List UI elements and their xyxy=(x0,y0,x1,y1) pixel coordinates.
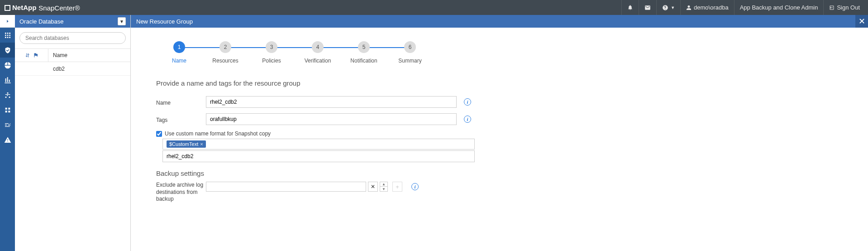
custom-format-label: Use custom name format for Snapshot copy xyxy=(165,130,271,137)
sort-controls[interactable] xyxy=(15,49,48,62)
nav-monitor[interactable] xyxy=(0,58,15,72)
help-button[interactable]: ▼ xyxy=(656,0,680,15)
sliders-icon xyxy=(4,121,11,129)
netapp-logo-icon xyxy=(5,5,10,11)
user-button[interactable]: demo\oradba xyxy=(680,0,734,15)
chevron-right-icon xyxy=(5,19,10,24)
step-resources[interactable]: 2Resources xyxy=(202,41,248,64)
shield-check-icon xyxy=(4,47,11,54)
resource-scope: Oracle Database xyxy=(19,18,64,25)
nav-resources[interactable] xyxy=(0,43,15,58)
tags-label: Tags xyxy=(156,115,206,123)
tags-info-icon[interactable]: i xyxy=(464,116,471,123)
name-label: Name xyxy=(156,98,206,106)
step-summary[interactable]: 6Summary xyxy=(387,41,433,64)
stepper-up-icon[interactable]: ▲ xyxy=(380,182,387,187)
nav-storage[interactable] xyxy=(0,102,15,117)
scope-dropdown[interactable]: ▼ xyxy=(118,17,126,25)
main-header: New Resource Group ✕ xyxy=(131,15,868,28)
nav-settings[interactable] xyxy=(0,117,15,132)
column-name-header[interactable]: Name xyxy=(48,52,130,58)
step-name[interactable]: 1Name xyxy=(156,41,202,64)
sort-icon xyxy=(25,53,30,58)
custom-name-input[interactable] xyxy=(162,150,475,162)
user-icon xyxy=(686,5,692,10)
search-input[interactable] xyxy=(19,32,126,44)
custom-tag-box[interactable]: $CustomText × xyxy=(162,139,475,150)
step-policies[interactable]: 3Policies xyxy=(248,41,295,64)
wizard-steps: 1Name 2Resources 3Policies 4Verification… xyxy=(156,41,843,64)
form-heading: Provide a name and tags for the resource… xyxy=(156,79,843,87)
name-info-icon[interactable]: i xyxy=(464,98,471,106)
backup-settings-heading: Backup settings xyxy=(156,169,843,177)
bell-icon xyxy=(627,5,633,10)
signout-icon xyxy=(829,5,835,10)
resource-row[interactable]: cdb2 xyxy=(15,62,130,76)
notifications-button[interactable] xyxy=(621,0,639,15)
signout-button[interactable]: Sign Out xyxy=(823,0,865,15)
resource-panel-header: Oracle Database ▼ xyxy=(15,15,130,28)
tags-input[interactable] xyxy=(206,113,457,125)
resource-name: cdb2 xyxy=(48,66,130,72)
exclude-add-button[interactable]: + xyxy=(392,182,402,192)
alert-icon xyxy=(4,136,11,144)
step-notification[interactable]: 5Notification xyxy=(341,41,387,64)
top-bar: NetApp SnapCenter® ▼ demo\oradba App Bac… xyxy=(0,0,868,15)
brand: NetApp SnapCenter® xyxy=(3,4,80,12)
signout-label: Sign Out xyxy=(837,4,860,11)
nav-dashboard[interactable] xyxy=(0,28,15,43)
bars-icon xyxy=(4,77,11,84)
stepper-down-icon[interactable]: ▼ xyxy=(380,187,387,191)
exclude-stepper[interactable]: ▲ ▼ xyxy=(380,182,388,192)
custom-format-checkbox[interactable] xyxy=(156,131,162,137)
role-label[interactable]: App Backup and Clone Admin xyxy=(734,0,824,15)
custom-tag-chip[interactable]: $CustomText × xyxy=(167,140,206,148)
nav-alerts[interactable] xyxy=(0,132,15,147)
product-name: SnapCenter® xyxy=(38,4,80,12)
exclude-clear-button[interactable]: ✕ xyxy=(368,182,378,192)
remove-tag-icon[interactable]: × xyxy=(200,141,203,147)
pie-icon xyxy=(4,62,11,69)
exclude-info-icon[interactable]: i xyxy=(411,183,419,190)
user-label: demo\oradba xyxy=(694,4,729,11)
storage-icon xyxy=(4,106,11,114)
chevron-down-icon: ▼ xyxy=(671,5,675,10)
resource-panel: Oracle Database ▼ Name cdb2 xyxy=(15,15,131,251)
exclude-select[interactable] xyxy=(206,182,366,192)
help-icon xyxy=(662,5,668,11)
flag-icon xyxy=(33,53,38,58)
nav-rail xyxy=(0,15,15,251)
main-title: New Resource Group xyxy=(136,18,193,25)
mail-button[interactable] xyxy=(639,0,656,15)
close-button[interactable]: ✕ xyxy=(855,15,868,28)
hierarchy-icon xyxy=(4,92,11,99)
mail-icon xyxy=(644,5,651,11)
step-verification[interactable]: 4Verification xyxy=(295,41,341,64)
nav-hosts[interactable] xyxy=(0,87,15,102)
grid-icon xyxy=(4,32,11,39)
search-wrap xyxy=(15,28,130,48)
nav-reports[interactable] xyxy=(0,72,15,87)
resource-grid-header: Name xyxy=(15,48,130,62)
main-area: New Resource Group ✕ 1Name 2Resources 3P… xyxy=(131,15,868,251)
nav-toggle[interactable] xyxy=(0,15,15,28)
brand-logo: NetApp xyxy=(5,4,36,11)
name-input[interactable] xyxy=(206,96,457,108)
brand-name: NetApp xyxy=(12,4,36,11)
exclude-label: Exclude archive log destinations from ba… xyxy=(156,182,206,203)
